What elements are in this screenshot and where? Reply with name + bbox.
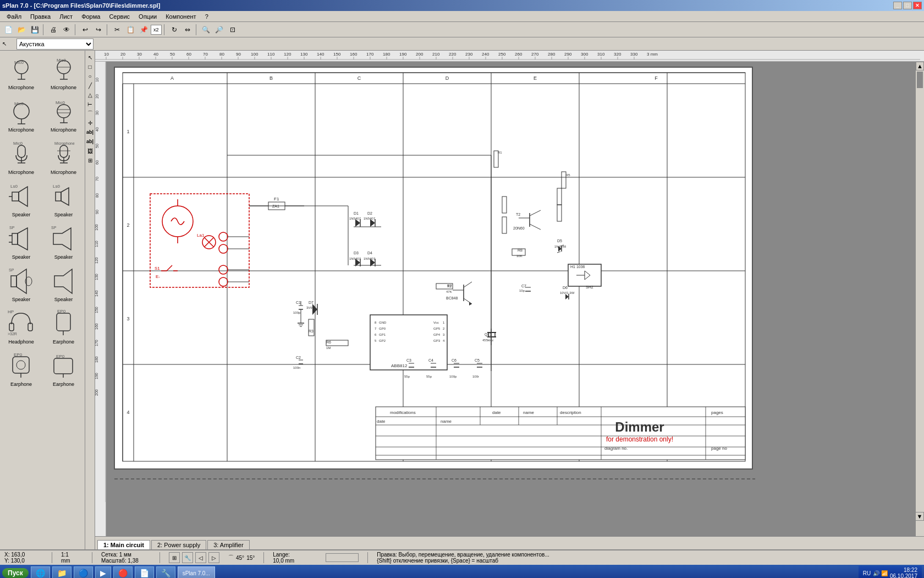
menu-edit[interactable]: Правка (26, 12, 55, 21)
comp-mic0-a[interactable]: Mic0 Microphone (0, 51, 42, 93)
menu-sheet[interactable]: Лист (55, 12, 77, 21)
comp-headphone[interactable]: HP >32R Headphone (0, 305, 42, 347)
comp-mic1-a[interactable]: Mic0 Microphone (42, 51, 85, 93)
svg-text:EP0: EP0 (14, 352, 23, 357)
grid-tool[interactable]: ⊞ (86, 156, 95, 165)
zoom-in-button[interactable]: 🔍 (200, 24, 212, 36)
svg-text:220: 220 (449, 52, 457, 57)
snap-toggle[interactable]: ⊞ (169, 552, 180, 563)
taskbar-chrome[interactable]: 🔴 (113, 566, 133, 578)
status-sep1 (52, 552, 52, 563)
taskbar-splan[interactable]: 🔧 (156, 566, 175, 578)
comp-earphone0[interactable]: EP0 Earphone (42, 305, 85, 347)
comp-mic4-a[interactable]: Mic0 Microphone (0, 135, 42, 178)
comp-mic3-a[interactable]: Mic0 Microphone (42, 93, 85, 135)
copy-button[interactable]: 📋 (124, 24, 136, 36)
comp-spk5[interactable]: 8Ω/120Hz Speaker (42, 263, 85, 305)
menu-help[interactable]: ? (201, 12, 213, 21)
taskbar-media[interactable]: ▶ (95, 566, 111, 578)
cut-button[interactable]: ✂ (111, 24, 123, 36)
svg-text:Mic0: Mic0 (57, 58, 66, 63)
menu-component[interactable]: Компонент (161, 12, 200, 21)
draw-line-tool[interactable]: ╱ (86, 81, 95, 90)
print-button[interactable]: 🖨 (47, 24, 59, 36)
mirror-button[interactable]: ⇔ (182, 24, 194, 36)
svg-text:date: date (492, 410, 501, 415)
comp-icon-mic3-a: Mic0 (48, 96, 79, 126)
scroll-down-button[interactable]: ▼ (915, 512, 924, 521)
comp-spk4[interactable]: SP Speaker (0, 263, 42, 305)
scroll-up-button[interactable]: ▲ (916, 62, 924, 70)
save-button[interactable]: 💾 (29, 24, 41, 36)
zoom-fit-button[interactable]: ⊡ (227, 24, 239, 36)
tab-power-supply[interactable]: 2: Power supply (151, 540, 206, 549)
preview-button[interactable]: 👁 (61, 24, 73, 36)
undo-button[interactable]: ↩ (79, 24, 91, 36)
svg-text:1N5407: 1N5407 (349, 217, 361, 220)
comp-label-earphone1: Earphone (10, 381, 32, 387)
start-button[interactable]: Пуск (2, 568, 29, 578)
comp-mic5-a[interactable]: Microphone Microphone (42, 135, 85, 178)
redo-button[interactable]: ↪ (92, 24, 105, 36)
draw-ellipse-tool[interactable]: ○ (86, 72, 95, 80)
statusbar: X: 163,0 Y: 130,0 1:1 mm Сетка: 1 мм Мас… (0, 549, 924, 565)
snap-right[interactable]: ▷ (208, 552, 219, 563)
close-button[interactable]: ✕ (913, 2, 922, 9)
comp-spk1[interactable]: Ls0 Speaker (42, 178, 85, 220)
comp-spk3[interactable]: SP Speaker (42, 220, 85, 263)
rotate-button[interactable]: ↻ (168, 24, 180, 36)
open-button[interactable]: 📂 (15, 24, 28, 36)
snap-left[interactable]: ◁ (195, 552, 206, 563)
scroll-thumb[interactable] (917, 72, 923, 88)
comp-mic2-a[interactable]: Mic0 Microphone (0, 93, 42, 135)
text2-tool[interactable]: ab| (86, 137, 95, 146)
crosshair-tool[interactable]: ✛ (86, 118, 95, 127)
status-sep5 (367, 552, 368, 563)
tray-date: 06.10.2017 (890, 573, 917, 578)
tab-main-circuit[interactable]: 1: Main circuit (97, 540, 150, 549)
menu-file[interactable]: Файл (2, 12, 26, 21)
draw-rect-tool[interactable]: □ (86, 62, 95, 71)
comp-earphone1[interactable]: EP0 Earphone (0, 347, 42, 390)
svg-text:60: 60 (186, 52, 191, 57)
svg-text:150: 150 (333, 52, 341, 57)
taskbar-pdf[interactable]: 📄 (135, 566, 154, 578)
schematic-canvas[interactable]: A B C D E F 1 2 3 4 (106, 62, 915, 536)
new-button[interactable]: 📄 (2, 24, 14, 36)
maximize-button[interactable]: □ (903, 2, 912, 9)
svg-text:D1: D1 (354, 211, 359, 215)
menu-form[interactable]: Форма (77, 12, 105, 21)
menu-service[interactable]: Сервис (105, 12, 134, 21)
comp-spk0[interactable]: Ls0 Speaker (0, 178, 42, 220)
svg-text:140: 140 (317, 52, 324, 57)
image-tool[interactable]: 🖼 (86, 146, 95, 155)
svg-text:170: 170 (366, 52, 374, 57)
taskbar-ie[interactable]: 🌐 (31, 566, 50, 578)
toolbar-sep4 (164, 24, 166, 35)
select-tool[interactable]: ↖ (86, 53, 95, 62)
draw-poly-tool[interactable]: △ (86, 90, 95, 99)
minimize-button[interactable]: _ (893, 2, 902, 9)
pointer-tool[interactable]: ↖ (2, 39, 11, 50)
draw-wire-tool[interactable]: ⊢ (86, 100, 95, 108)
draw-arc-tool[interactable]: ⌒ (86, 109, 95, 118)
paste-button[interactable]: 📌 (138, 24, 150, 36)
category-select[interactable]: Акустика Резисторы Конденсаторы Транзист… (16, 39, 94, 50)
text-tool[interactable]: ab| (86, 128, 95, 137)
tab-amplifier[interactable]: 3: Amplifier (207, 540, 249, 549)
svg-text:D6: D6 (563, 286, 568, 290)
zoom-out-button[interactable]: 🔎 (213, 24, 226, 36)
canvas-scroll: 10 20 30 40 50 60 70 80 90 100 110 120 1… (95, 62, 924, 536)
taskbar-browser[interactable]: 🔵 (74, 566, 93, 578)
svg-text:40: 40 (153, 52, 158, 57)
svg-text:ABB812: ABB812 (391, 363, 408, 368)
vertical-scrollbar[interactable]: ▲ ▼ (915, 62, 924, 536)
svg-text:10: 10 (95, 78, 99, 82)
taskbar-splan-active[interactable]: sPlan 7.0... (178, 566, 215, 578)
comp-spk2[interactable]: SP Speaker (0, 220, 42, 263)
comp-earphone2[interactable]: EP0 Earphone (42, 347, 85, 390)
angle-display: ⌒ 45° 15° (228, 554, 255, 561)
taskbar-explorer[interactable]: 📁 (52, 566, 72, 578)
snap-mode[interactable]: 🔧 (182, 552, 193, 563)
menu-options[interactable]: Опции (134, 12, 161, 21)
